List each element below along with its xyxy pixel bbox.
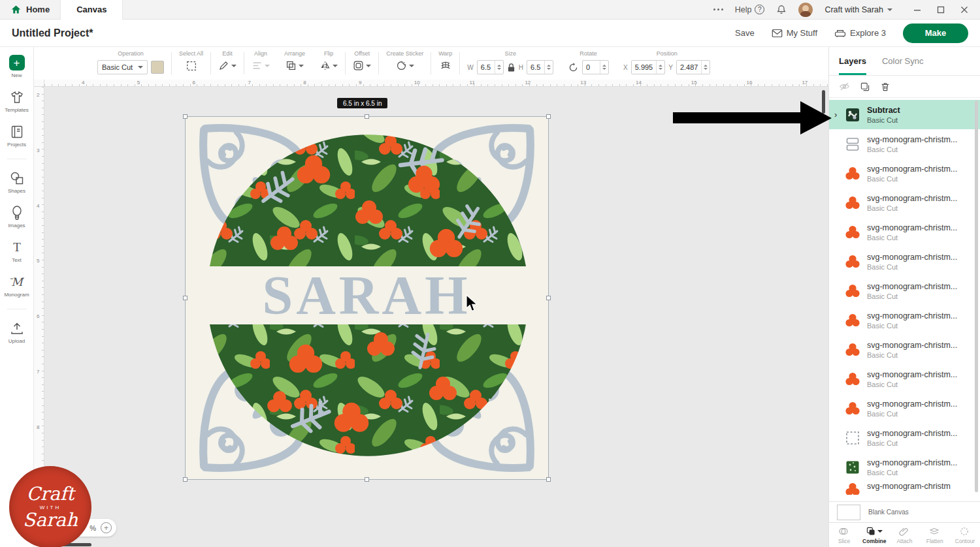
tab-color-sync[interactable]: Color Sync <box>882 47 924 75</box>
overflow-menu-icon[interactable] <box>713 8 723 10</box>
action-label: Slice <box>838 538 850 544</box>
horizontal-scrollbar[interactable] <box>44 543 828 546</box>
rotate-input[interactable]: 0 <box>582 60 609 74</box>
position-x-input[interactable]: 5.995 <box>631 60 666 74</box>
explore-button[interactable]: Explore 3 <box>834 28 886 38</box>
layer-row[interactable]: › svg-monogram-christm... Basic Cut <box>829 335 980 364</box>
warp-button[interactable] <box>440 60 451 71</box>
save-button[interactable]: Save <box>735 28 755 38</box>
chevron-down-icon <box>265 65 270 67</box>
rotate-icon[interactable] <box>568 62 579 73</box>
rotate-stepper[interactable] <box>600 61 608 74</box>
delete-layer-button[interactable] <box>880 82 890 92</box>
minimize-button[interactable] <box>913 6 921 14</box>
blank-canvas-row[interactable]: Blank Canvas <box>829 501 980 522</box>
sidebar-item-projects[interactable]: Projects <box>0 124 33 148</box>
select-all-button[interactable] <box>186 60 197 72</box>
layer-thumbnail-icon <box>845 107 860 123</box>
layer-row[interactable]: › svg-monogram-christm... Basic Cut <box>829 452 980 482</box>
duplicate-icon <box>860 82 870 92</box>
tab-canvas[interactable]: Canvas <box>60 0 123 20</box>
canvas-color-swatch[interactable] <box>837 505 860 520</box>
align-button[interactable] <box>252 60 270 71</box>
my-stuff-button[interactable]: My Stuff <box>772 28 817 38</box>
width-input[interactable]: 6.5 <box>477 60 504 74</box>
avatar[interactable] <box>798 3 813 17</box>
height-stepper[interactable] <box>544 61 553 74</box>
account-name: Craft with Sarah <box>825 5 883 14</box>
flip-button[interactable] <box>319 60 338 71</box>
account-menu[interactable]: Craft with Sarah <box>825 5 892 14</box>
layer-name: svg-monogram-christm... <box>867 253 957 262</box>
layer-row[interactable]: › svg-monogram-christm... Basic Cut <box>829 364 980 394</box>
duplicate-layer-button[interactable] <box>860 82 870 92</box>
edit-button[interactable] <box>218 60 237 71</box>
sidebar-item-upload[interactable]: Upload <box>0 320 33 344</box>
flatten-button[interactable]: Flatten <box>920 523 950 547</box>
layer-row[interactable]: › svg-monogram-christm... Basic Cut <box>829 423 980 452</box>
layer-color-swatch[interactable] <box>151 61 164 74</box>
ruler-corner <box>34 80 44 87</box>
layer-name: Subtract <box>867 106 900 115</box>
layer-row[interactable]: › svg-monogram-christm... Basic Cut <box>829 188 980 217</box>
sidebar-item-monogram[interactable]: M Monogram <box>0 274 33 298</box>
balloon-icon <box>9 205 25 221</box>
sidebar-item-images[interactable]: Images <box>0 205 33 228</box>
chevron-right-icon[interactable]: › <box>834 110 837 119</box>
sidebar-item-templates[interactable]: Templates <box>0 89 33 113</box>
offset-button[interactable] <box>353 60 371 71</box>
layer-row[interactable]: › svg-monogram-christm... Basic Cut <box>829 159 980 188</box>
layers-scrollbar[interactable] <box>975 101 978 492</box>
contour-button[interactable]: Contour <box>950 523 980 547</box>
home-icon <box>10 4 22 15</box>
sidebar-item-text[interactable]: T Text <box>0 240 33 263</box>
chevron-down-icon <box>299 65 304 67</box>
operation-select[interactable]: Basic Cut <box>97 60 148 74</box>
machine-icon <box>834 29 846 38</box>
pencil-icon <box>218 60 229 71</box>
layers-list: › Subtract Basic Cut › svg-monogram-chri… <box>829 98 980 501</box>
lock-aspect-icon[interactable] <box>507 63 515 72</box>
close-button[interactable] <box>960 6 968 14</box>
layer-row[interactable]: › svg-monogram-christm... Basic Cut <box>829 217 980 247</box>
combine-button[interactable]: Combine <box>859 523 889 547</box>
layer-row[interactable]: › svg-monogram-christm... Basic Cut <box>829 276 980 305</box>
layer-row[interactable]: › svg-monogram-christm... Basic Cut <box>829 129 980 159</box>
sidebar-item-new[interactable]: + New <box>0 55 33 78</box>
tab-layers[interactable]: Layers <box>839 47 866 75</box>
create-sticker-button[interactable] <box>396 60 414 71</box>
position-y-input[interactable]: 2.487 <box>676 60 711 74</box>
notifications-bell-icon[interactable] <box>776 4 787 15</box>
position-x-stepper[interactable] <box>656 61 664 74</box>
sidebar-item-shapes[interactable]: Shapes <box>0 170 33 194</box>
project-title: Untitled Project* <box>12 27 93 39</box>
help-menu[interactable]: Help ? <box>735 5 765 14</box>
maximize-button[interactable] <box>937 6 945 14</box>
canvas-viewport[interactable]: SARAH 6.5 in x 6.5 in <box>44 87 828 547</box>
layer-row[interactable]: › svg-monogram-christm... Basic Cut <box>829 305 980 335</box>
action-label: Attach <box>896 538 912 544</box>
attach-button[interactable]: Attach <box>889 523 919 547</box>
action-label: Combine <box>862 538 886 544</box>
position-y-stepper[interactable] <box>701 61 710 74</box>
slice-button[interactable]: Slice <box>829 523 859 547</box>
tab-home[interactable]: Home <box>0 0 60 20</box>
action-icon <box>838 526 849 537</box>
zoom-in-button[interactable]: + <box>101 522 112 533</box>
layer-row[interactable]: › svg-monogram-christm... Basic Cut <box>829 247 980 276</box>
monogram-text[interactable]: SARAH <box>262 265 470 326</box>
layer-row[interactable]: › svg-monogram-christm... Basic Cut <box>829 394 980 423</box>
layer-name: svg-monogram-christm... <box>867 135 957 144</box>
width-stepper[interactable] <box>495 61 503 74</box>
layer-row[interactable]: › svg-monogram-christm <box>829 482 980 495</box>
make-button[interactable]: Make <box>903 23 968 43</box>
layer-row[interactable]: › Subtract Basic Cut <box>829 100 980 129</box>
vertical-scrollbar[interactable] <box>822 87 825 547</box>
chevron-down-icon <box>887 8 892 11</box>
layer-name: svg-monogram-christm... <box>867 370 957 379</box>
artboard-design[interactable]: SARAH <box>185 116 549 480</box>
height-input[interactable]: 6.5 <box>527 60 553 74</box>
hide-layer-button[interactable] <box>839 81 850 92</box>
app-window: Home Canvas Help ? Craft with Sarah <box>0 0 980 547</box>
arrange-button[interactable] <box>286 60 304 71</box>
